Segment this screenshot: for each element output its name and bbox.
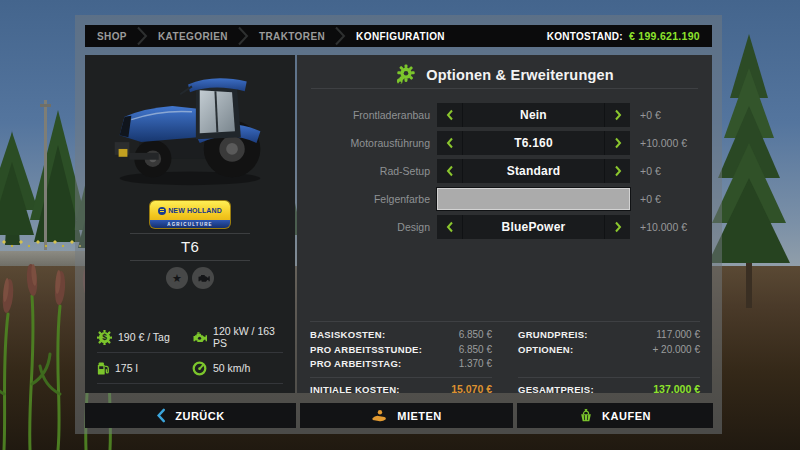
stat-value: 50 km/h	[213, 362, 250, 374]
frontloader-selector: Nein	[437, 103, 630, 127]
next-option-button[interactable]	[605, 159, 630, 183]
chevron-right-icon	[137, 26, 148, 46]
vehicle-tab-buttons: ★	[85, 267, 295, 289]
chevron-right-icon	[614, 221, 622, 233]
engine-config-button[interactable]	[192, 267, 214, 289]
breadcrumb-item-kategorien[interactable]: KATEGORIEN	[158, 31, 228, 42]
chevron-right-icon	[614, 109, 622, 121]
rent-button-label: MIETEN	[397, 410, 442, 422]
breadcrumb-item-traktoren[interactable]: TRAKTOREN	[259, 31, 325, 42]
total-price: GESAMTPREIS: 137.000 €	[518, 377, 700, 398]
options-header: Optionen & Erweiterungen	[297, 63, 712, 87]
initial-costs-total: INITIALE KOSTEN: 15.070 €	[310, 377, 492, 398]
account-balance: KONTOSTAND: € 199.621.190	[547, 30, 700, 42]
option-price: +10.000 €	[637, 137, 712, 149]
vehicle-name: T6	[85, 238, 295, 255]
option-value: BluePower	[462, 215, 605, 239]
option-rows: Frontladeranbau Nein +0 € Motorausführun…	[297, 101, 712, 241]
prev-option-button[interactable]	[437, 215, 462, 239]
option-row-design: Design BluePower +10.000 €	[297, 213, 712, 241]
wheel-setup-selector: Standard	[437, 159, 630, 183]
rim-color-swatch[interactable]	[437, 188, 630, 210]
cost-value: 117.000 €	[656, 329, 700, 340]
brand-logo: NEW HOLLAND AGRICULTURE	[150, 201, 230, 228]
option-label: Rad-Setup	[297, 165, 430, 177]
option-row-frontloader: Frontladeranbau Nein +0 €	[297, 101, 712, 129]
design-selector: BluePower	[437, 215, 630, 239]
option-row-wheel-setup: Rad-Setup Standard +0 €	[297, 157, 712, 185]
breadcrumb: SHOP KATEGORIEN TRAKTOREN KONFIGURATION …	[85, 25, 712, 47]
stat-speed: 50 km/h	[192, 353, 283, 383]
costs-summary: BASISKOSTEN: 6.850 € PRO ARBEITSSTUNDE: …	[310, 321, 700, 398]
option-price: +0 €	[637, 193, 712, 205]
breadcrumb-item-konfiguration[interactable]: KONFIGURATION	[356, 31, 445, 42]
cost-label: GRUNDPREIS:	[518, 329, 588, 340]
option-value: Standard	[462, 159, 605, 183]
cost-value: 6.850 €	[459, 329, 492, 340]
cost-value: 1.370 €	[459, 358, 492, 369]
options-panel: Optionen & Erweiterungen Frontladeranbau…	[297, 55, 712, 393]
cost-line: GRUNDPREIS: 117.000 €	[518, 329, 700, 344]
buy-button[interactable]: KAUFEN	[517, 403, 713, 428]
cost-label: GESAMTPREIS:	[518, 384, 594, 395]
balance-value: € 199.621.190	[629, 30, 700, 42]
vehicle-stats: $ 190 € / Tag 120 kW / 163 PS	[97, 322, 283, 384]
prev-option-button[interactable]	[437, 131, 462, 155]
brand-subtitle: AGRICULTURE	[167, 222, 213, 227]
hand-coin-icon	[371, 409, 388, 423]
brand-leaf-icon	[158, 207, 166, 215]
back-button[interactable]: ZURÜCK	[85, 403, 296, 428]
chevron-left-icon	[156, 408, 166, 423]
star-icon: ★	[172, 273, 182, 284]
balance-label: KONTOSTAND:	[547, 31, 623, 42]
dollar-gear-icon: $	[97, 330, 112, 345]
speedometer-icon	[192, 361, 207, 376]
cost-line: PRO ARBEITSSTUNDE: 6.850 €	[310, 344, 492, 359]
option-price: +0 €	[637, 109, 712, 121]
next-option-button[interactable]	[605, 215, 630, 239]
cost-value: 15.070 €	[451, 383, 492, 395]
back-button-label: ZURÜCK	[175, 410, 224, 422]
screenshot-stage: SHOP KATEGORIEN TRAKTOREN KONFIGURATION …	[0, 0, 800, 450]
stat-value: 120 kW / 163 PS	[213, 325, 283, 349]
stats-row: 175 l 50 km/h	[97, 353, 283, 384]
option-row-rim-color: Felgenfarbe +0 €	[297, 185, 712, 213]
rent-button[interactable]: MIETEN	[300, 403, 513, 428]
options-title: Optionen & Erweiterungen	[426, 67, 614, 83]
option-label: Design	[297, 221, 430, 233]
vehicle-info-panel: NEW HOLLAND AGRICULTURE T6 ★	[85, 55, 295, 393]
engine-icon	[197, 273, 210, 283]
chevron-left-icon	[446, 137, 454, 149]
chevron-left-icon	[446, 109, 454, 121]
option-value: Nein	[462, 103, 605, 127]
chevron-right-icon	[614, 165, 622, 177]
stat-price-per-day: $ 190 € / Tag	[97, 322, 192, 352]
cost-value: 6.850 €	[459, 344, 492, 355]
brand-name: NEW HOLLAND	[168, 207, 222, 214]
cost-value: + 20.000 €	[652, 344, 700, 355]
stat-value: 175 l	[115, 362, 138, 374]
svg-text:$: $	[102, 332, 107, 342]
cost-value: 137.000 €	[653, 383, 700, 395]
cost-label: OPTIONEN:	[518, 344, 573, 355]
divider	[311, 88, 698, 89]
favorite-button[interactable]: ★	[166, 267, 188, 289]
cost-line: BASISKOSTEN: 6.850 €	[310, 329, 492, 344]
chevron-right-icon	[614, 137, 622, 149]
prev-option-button[interactable]	[437, 103, 462, 127]
option-price: +10.000 €	[637, 221, 712, 233]
option-value: T6.160	[462, 131, 605, 155]
option-price: +0 €	[637, 165, 712, 177]
next-option-button[interactable]	[605, 131, 630, 155]
prev-option-button[interactable]	[437, 159, 462, 183]
divider	[130, 260, 250, 261]
chevron-right-icon	[335, 26, 346, 46]
next-option-button[interactable]	[605, 103, 630, 127]
breadcrumb-item-shop[interactable]: SHOP	[97, 31, 127, 42]
cost-line: OPTIONEN: + 20.000 €	[518, 344, 700, 359]
cost-label: PRO ARBEITSTAG:	[310, 358, 402, 369]
chevron-left-icon	[446, 221, 454, 233]
engine-icon	[192, 331, 207, 344]
stat-fuel: 175 l	[97, 353, 192, 383]
option-row-engine: Motorausführung T6.160 +10.000 €	[297, 129, 712, 157]
